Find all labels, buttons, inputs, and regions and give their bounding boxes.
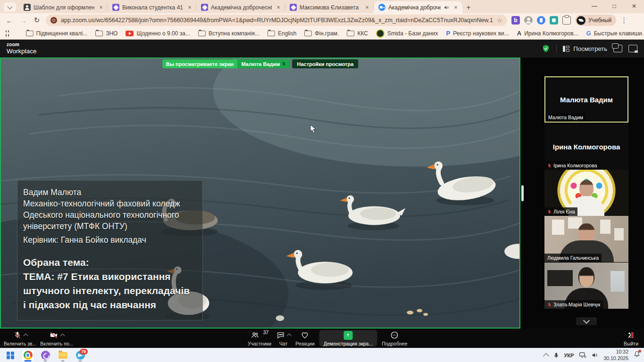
expand-window-icon[interactable] bbox=[628, 45, 637, 52]
bookmark-folder[interactable]: Підвищення квалі... bbox=[26, 30, 88, 37]
leave-button[interactable]: Выйти bbox=[624, 330, 638, 346]
close-tab-icon[interactable]: × bbox=[186, 4, 193, 11]
browser-profile-button[interactable]: Учебный bbox=[575, 15, 616, 26]
extension-clipboard-icon[interactable] bbox=[562, 16, 571, 25]
bookmark-label: ЗНО bbox=[106, 30, 117, 37]
close-tab-icon[interactable]: × bbox=[452, 4, 460, 11]
divider bbox=[556, 44, 557, 53]
panel-resize-handle[interactable] bbox=[521, 185, 524, 201]
bookmark-folder[interactable]: Фін.грам. bbox=[304, 30, 339, 37]
presenter-chip: Малюта Вадим bbox=[237, 59, 290, 68]
participant-tile[interactable]: Людмила Гальчинська bbox=[544, 216, 628, 262]
taskbar-explorer-button[interactable] bbox=[56, 349, 69, 362]
start-button[interactable] bbox=[4, 349, 17, 362]
forward-icon[interactable]: → bbox=[18, 16, 28, 25]
unmute-button[interactable]: Включить зв... bbox=[4, 330, 36, 346]
video-options-caret-icon[interactable] bbox=[60, 334, 65, 338]
tray-chevron-up-icon[interactable] bbox=[543, 353, 549, 359]
participant-tile[interactable]: Ірина Колмогорова Ірина Колмогорова bbox=[544, 123, 628, 170]
close-tab-icon[interactable]: × bbox=[97, 4, 105, 11]
bookmark-label: Щоденно о 9.00 за... bbox=[136, 30, 190, 37]
chat-options-caret-icon[interactable] bbox=[287, 334, 292, 338]
back-icon[interactable]: ← bbox=[5, 16, 14, 25]
tab-title: Шаблон для оформлення тез bbox=[33, 4, 94, 11]
browser-tab[interactable]: Шаблон для оформлення тез × bbox=[19, 1, 108, 13]
scroll-participants-down-button[interactable] bbox=[576, 317, 597, 325]
browser-tab[interactable]: Виконала студентка 419 груп × bbox=[108, 1, 196, 13]
popout-window-icon[interactable] bbox=[613, 45, 622, 52]
address-bar[interactable]: app.zoom.us/wc/6564227588/join?omn=75660… bbox=[46, 15, 507, 26]
bookmark-label: Быстрые клавиши... bbox=[594, 30, 644, 37]
bookmark-folder[interactable]: ЗНО bbox=[95, 30, 117, 37]
tab-audio-icon[interactable] bbox=[443, 5, 449, 10]
browser-tab-active[interactable]: Академічна доброчесність × bbox=[374, 1, 462, 13]
bookmark-star-icon[interactable]: ☆ bbox=[497, 17, 502, 24]
presentation-favicon-icon bbox=[112, 4, 119, 11]
bookmark-item[interactable]: PРеєстр наукових ви... bbox=[446, 30, 509, 37]
bookmark-item[interactable]: GБыстрые клавиши... bbox=[586, 30, 644, 37]
bookmark-folder[interactable]: Вступна компанія... bbox=[198, 30, 259, 37]
share-screen-button[interactable]: Демонстрация экра... bbox=[319, 330, 377, 346]
browser-menu-icon[interactable]: ⋮ bbox=[620, 16, 627, 25]
reactions-button[interactable]: Реакции bbox=[295, 330, 315, 346]
view-settings-button[interactable]: Настройки просмотра bbox=[292, 59, 358, 68]
tray-mic-icon[interactable] bbox=[553, 352, 559, 359]
participants-icon bbox=[251, 331, 260, 339]
presenter-name: Малюта Вадим bbox=[241, 61, 280, 67]
minimize-window-icon[interactable]: — bbox=[585, 0, 604, 12]
smida-icon bbox=[376, 29, 385, 38]
bookmark-item[interactable]: AИрина Колмогоров... bbox=[517, 30, 578, 37]
tab-search-button[interactable] bbox=[4, 2, 16, 12]
browser-tab[interactable]: Академічна доброчесність – П × bbox=[196, 1, 285, 13]
taskbar-chrome-button[interactable] bbox=[21, 349, 34, 362]
site-info-icon[interactable] bbox=[50, 17, 57, 24]
bookmark-folder[interactable]: ККС bbox=[347, 30, 368, 37]
security-shield-icon[interactable] bbox=[542, 44, 550, 53]
bookmark-item[interactable]: Smida - Бази даних bbox=[376, 29, 438, 38]
participants-button[interactable]: 37 Участники bbox=[248, 330, 271, 346]
chevron-down-icon bbox=[583, 317, 590, 323]
file-explorer-icon bbox=[59, 352, 67, 359]
participants-panel: Малюта Вадим Малюта Вадим Ірина Колмогор… bbox=[520, 58, 644, 329]
extension-blue-icon[interactable] bbox=[537, 16, 545, 25]
maximize-window-icon[interactable]: □ bbox=[604, 0, 624, 12]
zoom-favicon-icon bbox=[378, 4, 385, 11]
reload-icon[interactable]: ↻ bbox=[32, 16, 42, 25]
presentation-favicon-icon bbox=[290, 4, 297, 11]
chat-icon bbox=[276, 331, 285, 339]
bookmark-item[interactable]: Щоденно о 9.00 за... bbox=[125, 30, 190, 37]
participant-tile[interactable]: Малюта Вадим Малюта Вадим bbox=[544, 76, 628, 123]
bookmark-label: Smida - Бази даних bbox=[387, 30, 438, 37]
more-button[interactable]: Подробнее bbox=[382, 330, 407, 346]
extension-bitwarden-icon[interactable]: b bbox=[511, 16, 520, 25]
clock-date: 30.10.2025 bbox=[603, 355, 628, 362]
network-icon[interactable] bbox=[579, 352, 586, 358]
new-tab-button[interactable]: + bbox=[462, 1, 475, 13]
extension-profile-icon[interactable] bbox=[524, 16, 533, 25]
notifications-button[interactable] bbox=[634, 351, 640, 360]
bookmark-label: English bbox=[278, 30, 296, 37]
extension-teal-icon[interactable] bbox=[550, 16, 558, 25]
taskbar-viber-button[interactable] bbox=[39, 349, 52, 362]
participant-tile[interactable]: Злата-Марія Шевчук bbox=[544, 263, 628, 309]
close-tab-icon[interactable]: × bbox=[363, 4, 371, 11]
participant-tile[interactable]: Лілія Єна bbox=[544, 170, 628, 216]
language-indicator[interactable]: УКР bbox=[564, 353, 574, 358]
volume-icon[interactable] bbox=[592, 352, 598, 358]
mic-options-caret-icon[interactable] bbox=[23, 334, 28, 338]
zoom-header: zoom Workplace Посмотреть bbox=[0, 40, 644, 58]
chat-button[interactable]: Чат bbox=[276, 330, 291, 346]
extensions-row: b bbox=[511, 16, 571, 25]
start-video-button[interactable]: Включить по... bbox=[40, 330, 73, 346]
zoom-workplace-logo: zoom Workplace bbox=[7, 42, 37, 55]
apps-grid-icon[interactable] bbox=[6, 30, 9, 37]
close-tab-icon[interactable]: × bbox=[275, 4, 282, 11]
bookmark-folder[interactable]: English bbox=[268, 30, 296, 37]
taskbar-telegram-button[interactable]: 79 bbox=[74, 349, 87, 362]
close-window-icon[interactable]: ✕ bbox=[624, 0, 644, 12]
taskbar-clock[interactable]: 10:32 30.10.2025 bbox=[603, 349, 628, 361]
browser-tab[interactable]: Максимова Єлизавета – През × bbox=[285, 1, 374, 13]
zoom-web-client: zoom Workplace Посмотреть bbox=[0, 40, 644, 348]
tab-title: Виконала студентка 419 груп bbox=[122, 4, 183, 11]
view-button[interactable]: Посмотреть bbox=[563, 45, 607, 52]
